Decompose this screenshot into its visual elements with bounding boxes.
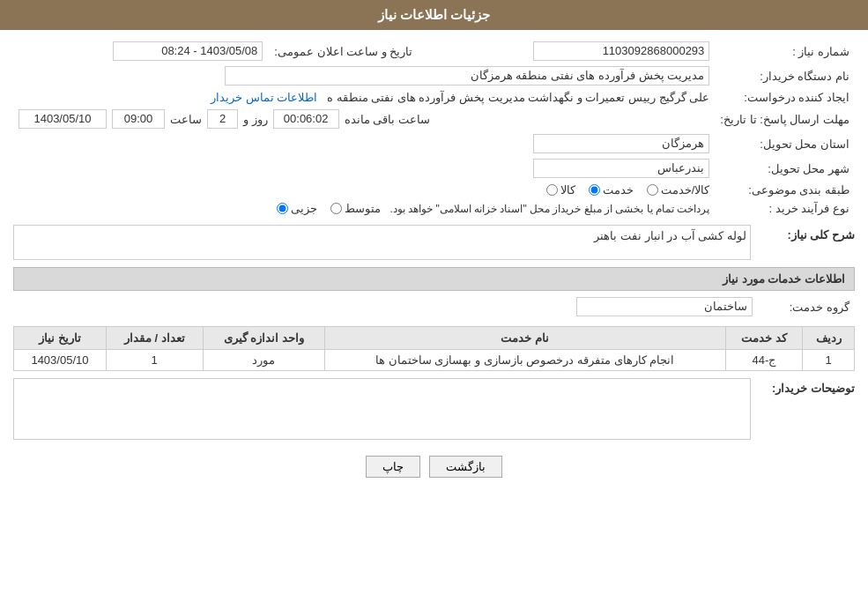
ostan-input: هرمزگان bbox=[533, 134, 709, 153]
contact-info-link[interactable]: اطلاعات تماس خریدار bbox=[211, 91, 317, 104]
sharh-label: شرح کلی نیاز: bbox=[758, 225, 855, 241]
grohe-khedmat-value: ساختمان bbox=[13, 294, 758, 319]
ijad-konande-value: علی گرگیج رییس تعمیرات و نگهداشت مدیریت … bbox=[13, 88, 715, 107]
mohlat-roz-input: 2 bbox=[207, 109, 238, 129]
shomare-niaz-input: 1103092868000293 bbox=[533, 41, 709, 61]
sharh-input-wrapper: لوله کشی آب در انبار نفت باهنر bbox=[13, 225, 751, 260]
col-tarikh-niaz: تاریخ نیاز bbox=[14, 327, 107, 350]
info-table-main: شماره نیاز : 1103092868000293 تاریخ و سا… bbox=[13, 39, 855, 218]
sharh-input: لوله کشی آب در انبار نفت باهنر bbox=[13, 225, 751, 260]
mohlat-value: ساعت باقی مانده 00:06:02 روز و 2 ساعت 09… bbox=[13, 107, 715, 131]
back-button[interactable]: بازگشت bbox=[429, 456, 502, 478]
print-button[interactable]: چاپ bbox=[366, 456, 420, 478]
noe-radio-group: متوسط جزیی bbox=[277, 202, 381, 215]
tabaqe-option-kala-khedmat[interactable]: کالا/خدمت bbox=[647, 183, 710, 197]
khedmat-info-table: گروه خدمت: ساختمان bbox=[13, 294, 855, 319]
shomare-niaz-label: شماره نیاز : bbox=[715, 39, 855, 63]
tawzih-row: توضیحات خریدار: bbox=[13, 378, 855, 440]
shahr-label: شهر محل تحویل: bbox=[715, 156, 855, 181]
noe-label: نوع فرآیند خرید : bbox=[715, 199, 855, 218]
table-row: 1ج-44انجام کارهای متفرقه درخصوص بازسازی … bbox=[14, 350, 855, 371]
mohlat-date-input: 1403/05/10 bbox=[19, 109, 107, 129]
grohe-khedmat-label: گروه خدمت: bbox=[758, 294, 855, 319]
roz-label: روز و bbox=[243, 113, 268, 126]
noe-option-jozi[interactable]: جزیی bbox=[277, 202, 317, 215]
mohlat-baqi-label: ساعت باقی مانده bbox=[345, 113, 430, 126]
shomare-niaz-value: 1103092868000293 bbox=[418, 39, 715, 63]
ostan-label: استان محل تحویل: bbox=[715, 131, 855, 156]
services-table: ردیف کد خدمت نام خدمت واحد اندازه گیری ت… bbox=[13, 326, 855, 371]
tabaqe-value: کالا/خدمت خدمت کالا bbox=[13, 181, 715, 199]
col-tedad-meghdar: تعداد / مقدار bbox=[106, 327, 203, 350]
tarikh-label: تاریخ و ساعت اعلان عمومی: bbox=[268, 39, 418, 63]
nam-dastgah-value: مدیریت پخش فرآورده های نفتی منطقه هرمزگا… bbox=[13, 63, 715, 88]
col-vahed-andaze: واحد اندازه گیری bbox=[203, 327, 324, 350]
tawzih-textarea[interactable] bbox=[13, 378, 751, 440]
ostan-value: هرمزگان bbox=[13, 131, 715, 156]
table-cell: انجام کارهای متفرقه درخصوص بازسازی و بهس… bbox=[324, 350, 725, 371]
nam-dastgah-label: نام دستگاه خریدار: bbox=[715, 63, 855, 88]
noe-note: پرداخت تمام یا بخشی از مبلغ خریداز محل "… bbox=[389, 203, 709, 215]
tawzih-input-wrapper bbox=[13, 378, 751, 440]
ijad-konande-label: ایجاد کننده درخواست: bbox=[715, 88, 855, 107]
saat-label: ساعت bbox=[170, 113, 202, 126]
col-kod-khedmat: کد خدمت bbox=[725, 327, 803, 350]
tawzih-label: توضیحات خریدار: bbox=[758, 378, 855, 395]
tabaqe-option-khedmat[interactable]: خدمت bbox=[589, 183, 634, 197]
table-cell: 1 bbox=[803, 350, 855, 371]
grohe-khedmat-input: ساختمان bbox=[576, 297, 753, 316]
sharh-row: شرح کلی نیاز: لوله کشی آب در انبار نفت ب… bbox=[13, 225, 855, 260]
page-header: جزئیات اطلاعات نیاز bbox=[0, 0, 868, 30]
shahr-input: بندرعباس bbox=[533, 159, 709, 178]
table-cell: 1 bbox=[106, 350, 203, 371]
mohlat-time-input: 00:06:02 bbox=[273, 109, 339, 129]
col-radif: ردیف bbox=[803, 327, 855, 350]
noe-value: متوسط جزیی پرداخت تمام یا بخشی از مبلغ خ… bbox=[13, 199, 715, 218]
tarikh-input: 1403/05/08 - 08:24 bbox=[113, 41, 263, 61]
tabaqe-option-kala[interactable]: کالا bbox=[546, 183, 575, 197]
table-cell: مورد bbox=[203, 350, 324, 371]
noe-option-motevaset[interactable]: متوسط bbox=[330, 202, 381, 215]
khadamat-section-header: اطلاعات خدمات مورد نیاز bbox=[13, 267, 855, 291]
mohlat-saat-input: 09:00 bbox=[112, 109, 165, 129]
header-title: جزئیات اطلاعات نیاز bbox=[378, 7, 490, 22]
page-container: جزئیات اطلاعات نیاز شماره نیاز : 1103092… bbox=[0, 0, 868, 609]
col-nam-khedmat: نام خدمت bbox=[324, 327, 725, 350]
tabaqe-label: طبقه بندی موضوعی: bbox=[715, 181, 855, 199]
tabaqe-radio-group: کالا/خدمت خدمت کالا bbox=[546, 183, 710, 197]
footer-buttons: بازگشت چاپ bbox=[13, 445, 855, 488]
content-area: شماره نیاز : 1103092868000293 تاریخ و سا… bbox=[0, 30, 868, 497]
tarikh-value: 1403/05/08 - 08:24 bbox=[13, 39, 268, 63]
nam-dastgah-input: مدیریت پخش فرآورده های نفتی منطقه هرمزگا… bbox=[225, 66, 709, 85]
table-cell: 1403/05/10 bbox=[14, 350, 107, 371]
table-cell: ج-44 bbox=[725, 350, 803, 371]
mohlat-label: مهلت ارسال پاسخ: تا تاریخ: bbox=[715, 107, 855, 131]
shahr-value: بندرعباس bbox=[13, 156, 715, 181]
